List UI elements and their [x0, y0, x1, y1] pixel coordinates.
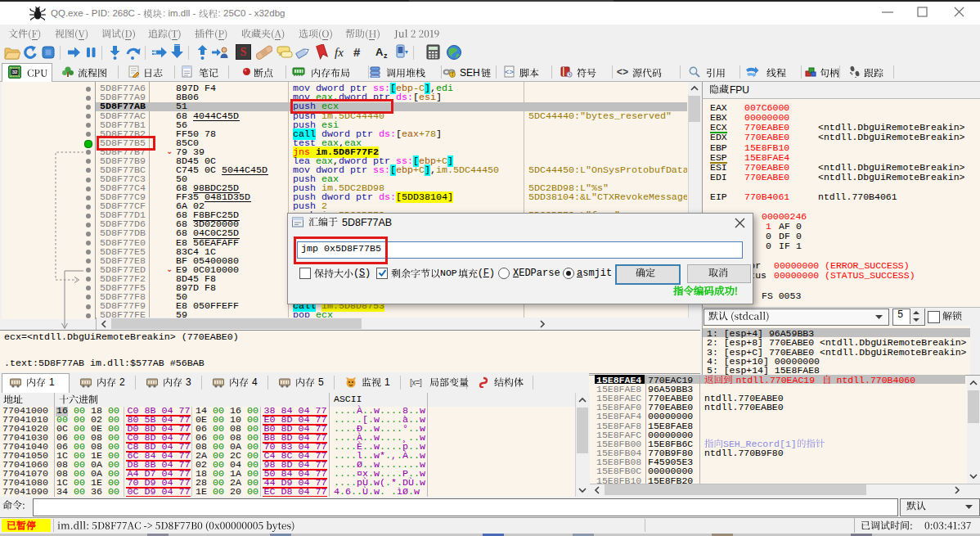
svg-text:<>: <> — [617, 67, 628, 78]
svg-text:fx: fx — [335, 46, 344, 59]
svg-text:S: S — [241, 46, 247, 58]
svg-text:!: ! — [452, 71, 453, 77]
svg-text:32: 32 — [12, 70, 18, 74]
svg-text:z: z — [384, 52, 388, 60]
svg-text:A: A — [375, 46, 384, 58]
svg-text:#: # — [353, 45, 361, 59]
svg-text:<>: <> — [505, 69, 514, 77]
